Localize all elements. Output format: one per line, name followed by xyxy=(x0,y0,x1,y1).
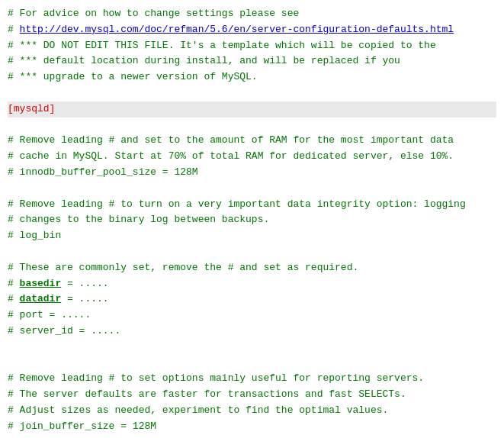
line-15: # log_bin xyxy=(8,228,496,244)
line-6 xyxy=(8,85,496,101)
line-14: # changes to the binary log between back… xyxy=(8,212,496,228)
line-17: # These are commonly set, remove the # a… xyxy=(8,260,496,276)
line-12 xyxy=(8,181,496,197)
datadir-label: datadir xyxy=(20,293,62,304)
line-1: # For advice on how to change settings p… xyxy=(8,6,496,22)
line-23 xyxy=(8,356,496,372)
line-5: # *** upgrade to a newer version of MySQ… xyxy=(8,69,496,85)
line-9: # Remove leading # and set to the amount… xyxy=(8,133,496,149)
line-22 xyxy=(8,340,496,356)
line-27: # join_buffer_size = 128M xyxy=(8,419,496,435)
line-20: # port = ..... xyxy=(8,308,496,324)
line-2: # http://dev.mysql.com/doc/refman/5.6/en… xyxy=(8,22,496,38)
line-21: # server_id = ..... xyxy=(8,324,496,340)
line-19: # datadir = ..... xyxy=(8,291,496,308)
line-18: # basedir = ..... xyxy=(8,276,496,292)
line-3: # *** DO NOT EDIT THIS FILE. It's a temp… xyxy=(8,38,496,54)
line-section: [mysqld] xyxy=(8,101,496,118)
line-28: # sort_buffer_size = 2M xyxy=(8,435,496,438)
line-25: # The server defaults are faster for tra… xyxy=(8,387,496,403)
basedir-label: basedir xyxy=(20,278,62,289)
line-11: # innodb_buffer_pool_size = 128M xyxy=(8,165,496,181)
line-8 xyxy=(8,118,496,134)
section-label: [mysqld] xyxy=(8,103,55,114)
line-4: # *** default location during install, a… xyxy=(8,53,496,69)
line-26: # Adjust sizes as needed, experiment to … xyxy=(8,403,496,419)
line-16 xyxy=(8,244,496,260)
code-editor: # For advice on how to change settings p… xyxy=(0,0,504,438)
line-24: # Remove leading # to set options mainly… xyxy=(8,371,496,387)
mysql-doc-link[interactable]: http://dev.mysql.com/doc/refman/5.6/en/s… xyxy=(20,24,454,35)
line-13: # Remove leading # to turn on a very imp… xyxy=(8,197,496,213)
line-10: # cache in MySQL. Start at 70% of total … xyxy=(8,149,496,165)
